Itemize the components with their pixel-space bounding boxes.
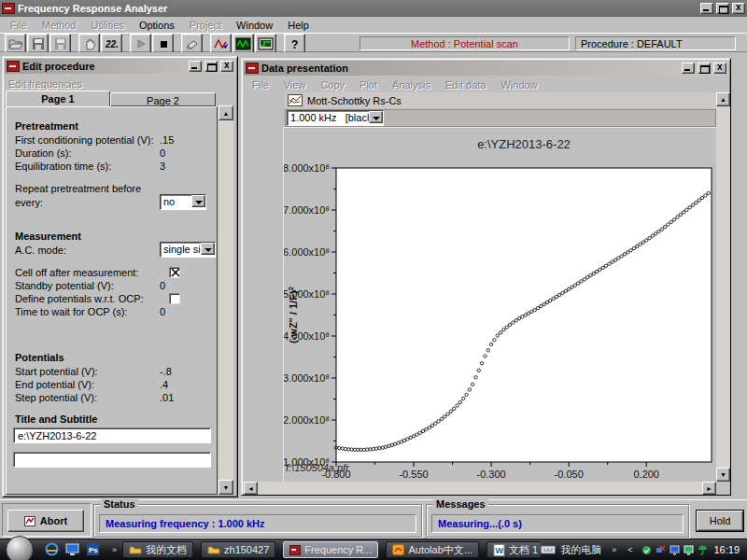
frequency-select-value: 1.000 kHz [black] [290, 112, 375, 123]
pretreatment-value-2: 3 [160, 161, 165, 172]
hold-button[interactable]: Hold [697, 511, 743, 531]
display-quicklaunch-icon[interactable] [65, 542, 80, 557]
edit-maximize-button[interactable] [204, 61, 218, 72]
tab-page-1[interactable]: Page 1 [6, 91, 110, 106]
edit-procedure-scrollbar[interactable]: ▲ ▼ [218, 105, 233, 495]
minimize-button[interactable] [700, 3, 713, 14]
data-menu-window[interactable]: Window [494, 77, 543, 92]
stop-button[interactable] [152, 34, 174, 53]
abort-button[interactable]: Abort [7, 510, 84, 532]
eraser-button[interactable] [181, 34, 203, 53]
svg-text:22.: 22. [105, 39, 119, 49]
data-close-button[interactable] [713, 63, 726, 74]
subtitle-input[interactable] [13, 452, 211, 468]
tray-collapse-arrow[interactable]: < [627, 545, 632, 554]
potentials-label-1: End potential (V): [15, 379, 94, 390]
main-menubar: FileMethodUtilitiesOptionsProjectWindowH… [0, 17, 747, 33]
scroll-right-icon[interactable]: ► [702, 482, 716, 495]
edit-minimize-button[interactable] [189, 61, 202, 72]
data-menu-edit-data[interactable]: Edit data [439, 77, 492, 92]
mott-schottky-chart: e:\YZH2013-6-221.000x10⁸2.000x10⁸3.000x1… [284, 128, 718, 482]
measurement-row-2: Define potentials w.r.t. OCP: [15, 293, 211, 305]
chevron-down-icon[interactable] [369, 111, 383, 123]
taskbar-button-autolab-[interactable]: Autolab中文... [386, 541, 478, 558]
ie-quicklaunch-icon[interactable] [45, 542, 60, 557]
menu-file[interactable]: File [4, 18, 34, 33]
save-disk-icon [53, 37, 68, 50]
edit-close-button[interactable] [220, 61, 233, 72]
data-maximize-button[interactable] [698, 63, 711, 74]
menu-window[interactable]: Window [230, 18, 279, 33]
measurement-label-0: Cell off after measurement: [15, 267, 138, 278]
svg-text:2.000x10⁸: 2.000x10⁸ [284, 414, 330, 426]
umbrella-green-tray-icon[interactable] [698, 545, 708, 555]
title-input[interactable]: e:\YZH2013-6-22 [13, 427, 211, 443]
signal-red-button[interactable] [210, 34, 232, 53]
minimize-icon [190, 62, 201, 71]
taskbar-button--1-micr-[interactable]: W文档 1 - Micr... [486, 541, 541, 558]
close-button[interactable] [732, 3, 745, 14]
net-error-tray-icon[interactable] [655, 545, 666, 555]
quick-launch-chevron[interactable]: » [112, 545, 117, 554]
scroll-up-icon[interactable]: ▲ [218, 105, 233, 120]
data-menu-view[interactable]: View [277, 77, 313, 92]
maximize-button[interactable] [716, 3, 729, 14]
data-menu-plot[interactable]: Plot [353, 77, 384, 92]
plot-hscrollbar[interactable]: ◄ ► [244, 482, 716, 495]
status-groupbox: Status Measuring frequency : 1.000 kHz [93, 504, 422, 538]
chevron-down-icon[interactable] [191, 195, 205, 207]
menu-help[interactable]: Help [281, 18, 316, 33]
menu-project[interactable]: Project [183, 18, 228, 33]
address-chevron[interactable]: » [612, 545, 616, 554]
help-button[interactable]: ? [284, 34, 305, 53]
taskbar-button-zh150427[interactable]: zh150427 [201, 541, 275, 558]
repeat-every-select[interactable]: no [160, 194, 206, 210]
menu-edit-frequencies[interactable]: Edit frequencies [8, 78, 82, 90]
pretreatment-label-2: Equilibration time (s): [15, 161, 111, 172]
menu-utilities[interactable]: Utilities [84, 18, 130, 33]
monitor-tray-icon[interactable] [684, 545, 694, 555]
scroll-down-icon[interactable]: ▼ [218, 480, 233, 495]
taskbar-button-frequency-r-[interactable]: Frequency R... [283, 541, 378, 558]
minimize-icon [683, 63, 694, 73]
measurement-checkbox-2[interactable] [169, 293, 180, 304]
potentials-value-1: .4 [160, 379, 168, 390]
save-disk-button[interactable] [49, 34, 71, 53]
scroll-down-icon[interactable]: ▼ [716, 468, 730, 482]
address-toolbar-label[interactable]: 我的电脑 [560, 543, 601, 557]
photoshop-quicklaunch-icon[interactable]: Ps [86, 542, 101, 557]
scope-green-button[interactable] [233, 34, 254, 53]
data-menu-file[interactable]: File [246, 77, 275, 92]
menu-options[interactable]: Options [133, 18, 181, 33]
data-minimize-button[interactable] [682, 63, 695, 74]
eraser-icon [185, 37, 200, 50]
save-button[interactable] [27, 34, 49, 53]
measurement-checkbox-0[interactable] [169, 267, 180, 278]
scroll-left-icon[interactable]: ◄ [244, 482, 258, 495]
title-subtitle-heading: Title and Subtitle [15, 413, 97, 425]
hand-button[interactable] [78, 34, 100, 53]
frequency-22-button[interactable]: 22. [101, 34, 122, 53]
start-button[interactable] [6, 536, 34, 560]
svg-text:7.000x10⁸: 7.000x10⁸ [284, 204, 330, 216]
potentials-row-2: Step potential (V):.01 [15, 392, 211, 404]
ac-mode-select[interactable]: single sine [160, 242, 216, 258]
chart-green-button[interactable] [255, 34, 276, 53]
play-button[interactable] [130, 34, 151, 53]
sync-green-tray-icon[interactable] [641, 545, 652, 555]
language-keyboard-icon[interactable] [541, 544, 556, 555]
plot-vscrollbar[interactable]: ▲ ▼ [716, 92, 730, 482]
chart-green-icon [258, 37, 274, 50]
data-menu-analysis[interactable]: Analysis [386, 77, 437, 92]
procedure-status: Procedure : DEFAULT [575, 36, 736, 50]
display-blue-tray-icon[interactable] [669, 545, 680, 555]
scroll-up-icon[interactable]: ▲ [716, 92, 730, 106]
taskbar-button--[interactable]: 我的文档 [122, 541, 193, 558]
tab-page-2[interactable]: Page 2 [110, 92, 216, 106]
hold-label: Hold [710, 515, 731, 526]
chevron-down-icon[interactable] [201, 243, 215, 255]
frequency-select[interactable]: 1.000 kHz [black] [287, 110, 384, 126]
data-menu-copy[interactable]: Copy [314, 77, 351, 92]
open-file-button[interactable] [5, 34, 26, 53]
menu-method[interactable]: Method [35, 18, 83, 33]
